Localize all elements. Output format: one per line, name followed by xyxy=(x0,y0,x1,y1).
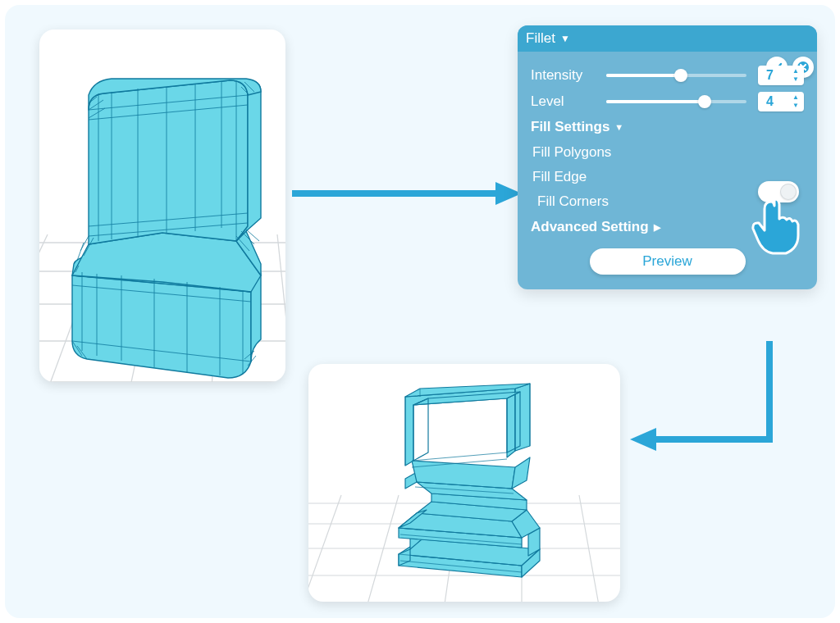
arrow-to-panel xyxy=(292,177,522,210)
chevron-down-icon: ▼ xyxy=(614,122,623,132)
level-value: 4 xyxy=(766,94,774,109)
stepper-up-icon[interactable]: ▲ xyxy=(790,93,801,102)
hand-cursor-icon xyxy=(743,193,809,258)
svg-line-5 xyxy=(39,234,48,382)
level-stepper[interactable]: 4 ▲ ▼ xyxy=(758,92,804,111)
before-viewport xyxy=(39,30,285,382)
panel-title: Fillet xyxy=(526,30,555,47)
svg-line-9 xyxy=(277,234,285,382)
panel-header[interactable]: Fillet ▼ xyxy=(518,25,817,52)
fill-polygons-item[interactable]: Fill Polygons xyxy=(531,140,804,165)
after-viewport xyxy=(308,364,620,602)
svg-marker-21 xyxy=(630,428,656,451)
intensity-stepper[interactable]: 7 ▲ ▼ xyxy=(758,66,804,85)
intensity-label: Intensity xyxy=(531,67,598,84)
stepper-down-icon[interactable]: ▼ xyxy=(790,75,801,84)
preview-button[interactable]: Preview xyxy=(590,248,746,275)
intensity-slider[interactable] xyxy=(606,68,746,83)
chevron-down-icon: ▼ xyxy=(560,33,570,44)
intensity-value: 7 xyxy=(766,68,774,83)
fill-settings-section[interactable]: Fill Settings ▼ xyxy=(531,119,804,135)
chevron-right-icon: ▶ xyxy=(654,222,660,233)
level-slider[interactable] xyxy=(606,94,746,109)
fillet-panel: Fillet ▼ Intensity xyxy=(518,25,817,289)
stepper-down-icon[interactable]: ▼ xyxy=(790,102,801,110)
level-label: Level xyxy=(531,93,598,110)
stepper-up-icon[interactable]: ▲ xyxy=(790,67,801,75)
arrow-to-result xyxy=(630,341,794,464)
